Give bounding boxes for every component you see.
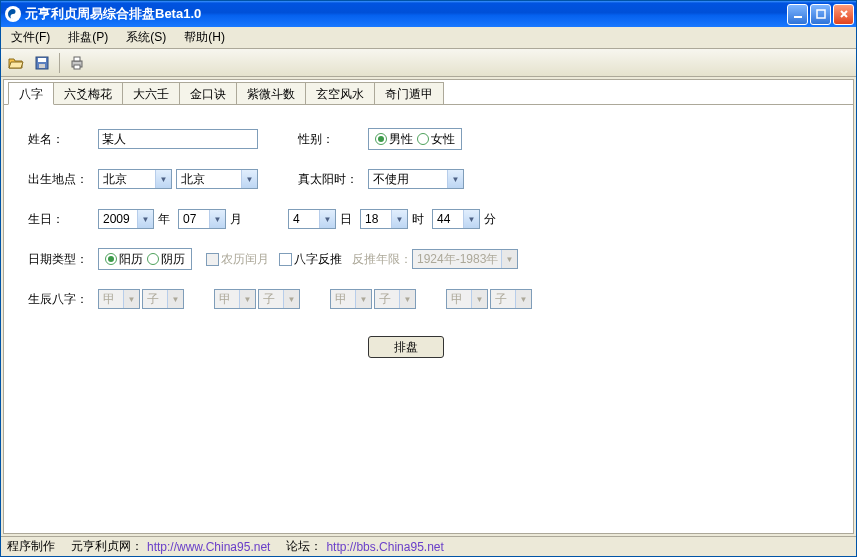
chevron-down-icon: ▼ <box>137 210 153 228</box>
radio-icon <box>417 133 429 145</box>
month-unit: 月 <box>230 211 242 228</box>
city-select[interactable]: 北京▼ <box>176 169 258 189</box>
truesun-label: 真太阳时： <box>298 171 368 188</box>
chevron-down-icon: ▼ <box>167 290 183 308</box>
chevron-down-icon: ▼ <box>463 210 479 228</box>
radio-icon <box>147 253 159 265</box>
chevron-down-icon: ▼ <box>283 290 299 308</box>
chevron-down-icon: ▼ <box>391 210 407 228</box>
gender-female-radio[interactable]: 女性 <box>417 131 455 148</box>
tab-jinkoujue[interactable]: 金口诀 <box>179 82 237 104</box>
reverse-range-select: 1924年-1983年▼ <box>412 249 518 269</box>
datetype-label: 日期类型： <box>28 251 98 268</box>
titlebar[interactable]: 元亨利贞周易综合排盘Beta1.0 <box>1 1 856 27</box>
chevron-down-icon: ▼ <box>355 290 371 308</box>
status-bbs-link[interactable]: http://bbs.China95.net <box>326 540 443 554</box>
svg-rect-7 <box>74 65 80 69</box>
day-unit: 日 <box>340 211 352 228</box>
name-input[interactable] <box>98 129 258 149</box>
birthplace-label: 出生地点： <box>28 171 98 188</box>
chevron-down-icon: ▼ <box>471 290 487 308</box>
radio-icon <box>105 253 117 265</box>
month-stem-select: 甲▼ <box>214 289 256 309</box>
minute-select[interactable]: 44▼ <box>432 209 480 229</box>
truesun-select[interactable]: 不使用▼ <box>368 169 464 189</box>
minute-unit: 分 <box>484 211 496 228</box>
status-maker: 程序制作 <box>7 538 55 555</box>
leap-checkbox[interactable]: 农历闰月 <box>206 251 269 268</box>
hour-branch-select: 子▼ <box>490 289 532 309</box>
checkbox-icon <box>279 253 292 266</box>
open-button[interactable] <box>5 52 27 74</box>
radio-icon <box>375 133 387 145</box>
checkbox-icon <box>206 253 219 266</box>
province-select[interactable]: 北京▼ <box>98 169 172 189</box>
window-title: 元亨利贞周易综合排盘Beta1.0 <box>25 5 787 23</box>
status-site-label: 元亨利贞网： <box>71 538 143 555</box>
menu-help[interactable]: 帮助(H) <box>178 27 231 48</box>
svg-rect-6 <box>74 57 80 61</box>
year-branch-select: 子▼ <box>142 289 184 309</box>
solar-radio[interactable]: 阳历 <box>105 251 143 268</box>
menu-paipan[interactable]: 排盘(P) <box>62 27 114 48</box>
minimize-button[interactable] <box>787 4 808 25</box>
status-bbs-label: 论坛： <box>286 538 322 555</box>
paipan-button[interactable]: 排盘 <box>368 336 444 358</box>
chevron-down-icon: ▼ <box>501 250 517 268</box>
hour-unit: 时 <box>412 211 424 228</box>
birthday-label: 生日： <box>28 211 98 228</box>
chevron-down-icon: ▼ <box>515 290 531 308</box>
tab-qimen[interactable]: 奇门遁甲 <box>374 82 444 104</box>
chevron-down-icon: ▼ <box>239 290 255 308</box>
gender-group: 男性 女性 <box>368 128 462 150</box>
hour-stem-select: 甲▼ <box>446 289 488 309</box>
tab-xuankong[interactable]: 玄空风水 <box>305 82 375 104</box>
year-unit: 年 <box>158 211 170 228</box>
hour-select[interactable]: 18▼ <box>360 209 408 229</box>
year-select[interactable]: 2009▼ <box>98 209 154 229</box>
chevron-down-icon: ▼ <box>447 170 463 188</box>
chevron-down-icon: ▼ <box>155 170 171 188</box>
reverse-checkbox[interactable]: 八字反推 <box>279 251 342 268</box>
tab-ziwei[interactable]: 紫微斗数 <box>236 82 306 104</box>
app-icon <box>5 6 21 22</box>
chevron-down-icon: ▼ <box>399 290 415 308</box>
day-select[interactable]: 4▼ <box>288 209 336 229</box>
close-button[interactable] <box>833 4 854 25</box>
menu-file[interactable]: 文件(F) <box>5 27 56 48</box>
svg-rect-3 <box>38 58 46 62</box>
reverse-range-label: 反推年限： <box>352 251 412 268</box>
status-site-link[interactable]: http://www.China95.net <box>147 540 270 554</box>
tab-strip: 八字 六爻梅花 大六壬 金口诀 紫微斗数 玄空风水 奇门遁甲 <box>4 82 853 104</box>
name-label: 姓名： <box>28 131 98 148</box>
lunar-radio[interactable]: 阴历 <box>147 251 185 268</box>
svg-rect-1 <box>817 10 825 18</box>
toolbar-separator <box>59 53 60 73</box>
svg-rect-0 <box>794 16 802 18</box>
maximize-button[interactable] <box>810 4 831 25</box>
menubar: 文件(F) 排盘(P) 系统(S) 帮助(H) <box>1 27 856 49</box>
save-button[interactable] <box>31 52 53 74</box>
tab-liuyao[interactable]: 六爻梅花 <box>53 82 123 104</box>
chevron-down-icon: ▼ <box>123 290 139 308</box>
day-stem-select: 甲▼ <box>330 289 372 309</box>
tab-bazi[interactable]: 八字 <box>8 82 54 105</box>
tab-daliuren[interactable]: 大六壬 <box>122 82 180 104</box>
app-window: 元亨利贞周易综合排盘Beta1.0 文件(F) 排盘(P) 系统(S) 帮助(H… <box>0 0 857 557</box>
menu-system[interactable]: 系统(S) <box>120 27 172 48</box>
gender-label: 性别： <box>298 131 368 148</box>
toolbar <box>1 49 856 77</box>
chevron-down-icon: ▼ <box>209 210 225 228</box>
chevron-down-icon: ▼ <box>241 170 257 188</box>
print-button[interactable] <box>66 52 88 74</box>
chevron-down-icon: ▼ <box>319 210 335 228</box>
bazi-label: 生辰八字： <box>28 291 98 308</box>
svg-rect-4 <box>39 64 45 68</box>
month-branch-select: 子▼ <box>258 289 300 309</box>
statusbar: 程序制作 元亨利贞网： http://www.China95.net 论坛： h… <box>1 536 856 556</box>
datetype-group: 阳历 阴历 <box>98 248 192 270</box>
day-branch-select: 子▼ <box>374 289 416 309</box>
gender-male-radio[interactable]: 男性 <box>375 131 413 148</box>
tab-panel-bazi: 姓名： 性别： 男性 女性 出生地点： 北京▼ 北京▼ 真太阳时： 不使用▼ 生… <box>4 104 853 533</box>
month-select[interactable]: 07▼ <box>178 209 226 229</box>
